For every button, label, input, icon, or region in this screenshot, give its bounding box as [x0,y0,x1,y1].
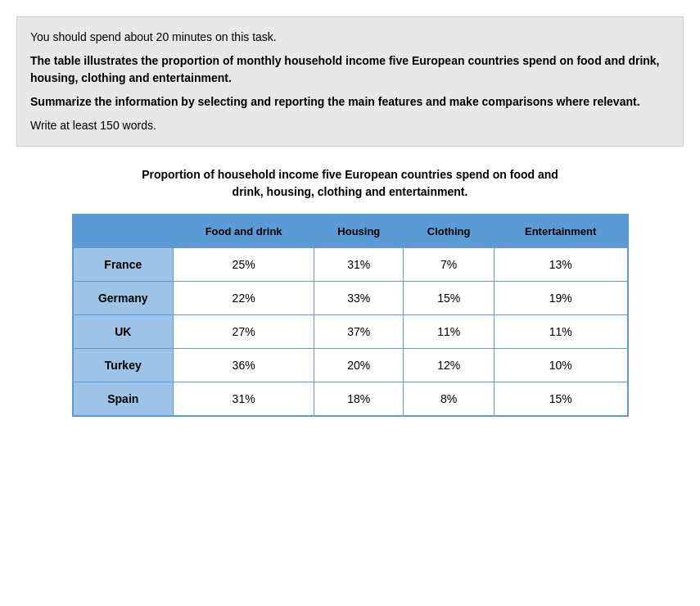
table-row: Turkey36%20%12%10% [73,349,628,382]
country-cell: UK [73,315,174,349]
clothing-cell: 15% [404,282,494,315]
housing-cell: 20% [314,349,404,382]
country-cell: France [73,248,174,282]
country-cell: Turkey [73,349,174,382]
food-drink-cell: 31% [174,382,314,417]
entertainment-cell: 10% [494,349,627,382]
housing-cell: 18% [314,382,404,417]
clothing-cell: 11% [404,315,494,349]
food-drink-cell: 27% [174,315,314,349]
chart-title: Proportion of household income five Euro… [49,166,651,201]
entertainment-cell: 11% [494,315,627,349]
col-housing: Housing [314,215,404,248]
task-text: Summarize the information by selecting a… [30,93,670,111]
food-drink-cell: 36% [174,349,314,382]
entertainment-cell: 15% [494,382,627,417]
food-drink-cell: 25% [174,248,314,282]
clothing-cell: 12% [404,349,494,382]
chart-section: Proportion of household income five Euro… [16,166,684,417]
col-entertainment: Entertainment [494,215,627,248]
instructions-box: You should spend about 20 minutes on thi… [16,16,684,147]
empty-header [73,215,174,248]
country-cell: Germany [73,282,174,315]
clothing-cell: 7% [404,248,494,282]
clothing-cell: 8% [404,382,494,417]
entertainment-cell: 13% [494,248,627,282]
time-notice: You should spend about 20 minutes on thi… [30,29,670,46]
table-row: Spain31%18%8%15% [73,382,628,417]
table-row: UK27%37%11%11% [73,315,628,349]
table-row: Germany22%33%15%19% [73,282,628,315]
housing-cell: 33% [314,282,404,315]
table-row: France25%31%7%13% [73,248,628,282]
country-cell: Spain [73,382,174,417]
word-count-text: Write at least 150 words. [30,117,670,134]
housing-cell: 37% [314,315,404,349]
food-drink-cell: 22% [174,282,314,315]
entertainment-cell: 19% [494,282,627,315]
housing-cell: 31% [314,248,404,282]
col-clothing: Clothing [404,215,494,248]
description-text: The table illustrates the proportion of … [30,52,670,87]
data-table: Food and drink Housing Clothing Entertai… [72,214,629,417]
col-food-drink: Food and drink [174,215,314,248]
